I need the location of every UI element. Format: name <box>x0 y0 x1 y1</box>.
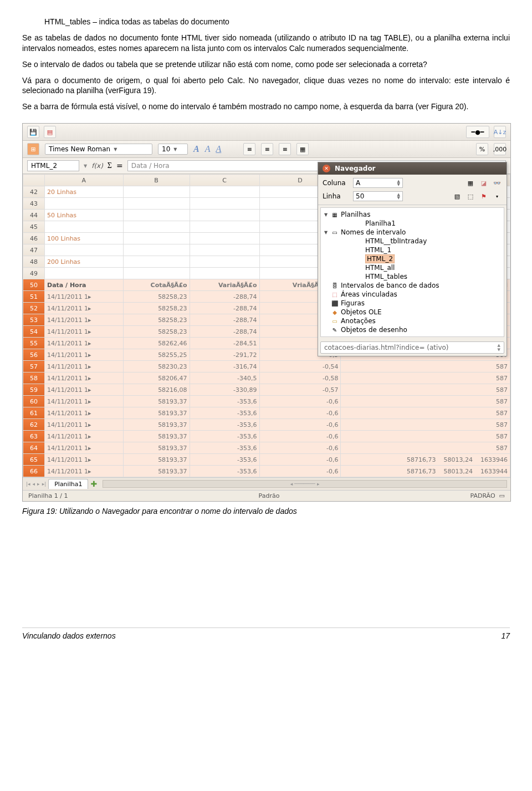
table-row[interactable]: 59 14/11/2011 1▸58216,08-330,89 -0,57587 <box>23 384 510 396</box>
table-row[interactable]: 62 14/11/2011 1▸58193,37-353,6 -0,6587 <box>23 419 510 431</box>
content-icon[interactable]: ◪ <box>479 178 489 188</box>
save-icon[interactable]: 💾 <box>27 126 39 138</box>
tab-next-icon[interactable]: ▸ <box>37 481 40 487</box>
zoom-slider-icon[interactable]: ━●━ <box>466 126 489 138</box>
row-header[interactable]: 64 <box>23 442 45 454</box>
nav-tree-item[interactable]: ⬛ Figuras <box>324 299 500 308</box>
merge-cells-icon[interactable]: ▦ <box>296 143 309 155</box>
column-header[interactable]: C <box>190 175 259 186</box>
row-header[interactable]: 56 <box>23 349 45 361</box>
column-header[interactable]: A <box>45 175 124 186</box>
nav-tree-item[interactable]: Planilha1 <box>324 219 500 228</box>
table-row[interactable]: 63 14/11/2011 1▸58193,37-353,6 -0,6587 <box>23 431 510 442</box>
navigator-document-combo[interactable]: cotacoes-diarias.html?indice= (ativo) ▲▼ <box>320 341 504 354</box>
column-header[interactable] <box>23 175 45 186</box>
align-center-icon[interactable]: ≡ <box>261 143 273 155</box>
add-sheet-icon[interactable]: ✚ <box>90 479 97 488</box>
row-header[interactable]: 61 <box>23 407 45 419</box>
row-header[interactable]: 54 <box>23 326 45 338</box>
row-header[interactable]: 46 <box>23 233 45 244</box>
equals-icon[interactable]: = <box>116 161 123 170</box>
nav-row-spinner[interactable]: 50 ▲▼ <box>353 191 403 201</box>
nav-tree-item[interactable]: ◆ Objetos OLE <box>324 308 500 317</box>
font-size-combo[interactable]: 10▼ <box>158 144 188 155</box>
sort-icon[interactable]: A↓z <box>494 126 506 138</box>
font-name-combo[interactable]: Times New Roman▼ <box>45 144 152 155</box>
sum-icon[interactable]: Σ <box>108 161 112 170</box>
row-header[interactable]: 57 <box>23 361 45 372</box>
row-header[interactable]: 59 <box>23 384 45 396</box>
horizontal-scrollbar[interactable]: ◂ ─────── ▸ <box>103 480 507 488</box>
expand-icon[interactable]: ▼ <box>324 212 329 217</box>
row-header[interactable]: 43 <box>23 198 45 210</box>
navigator-panel[interactable]: ✕ Navegador Coluna A ▲▼ ▦ ◪ 👓 Linha <box>318 162 507 356</box>
row-header[interactable]: 63 <box>23 431 45 442</box>
nav-tree-item[interactable]: ⬚ Áreas vinculadas <box>324 290 500 299</box>
close-icon[interactable]: ✕ <box>323 165 330 172</box>
sheet-tab[interactable]: Planilha1 <box>48 479 88 489</box>
table-row[interactable]: 60 14/11/2011 1▸58193,37-353,6 -0,6587 <box>23 396 510 407</box>
table-row[interactable]: 65 14/11/2011 1▸58193,37-353,6 -0,658716… <box>23 454 510 466</box>
row-header[interactable]: 42 <box>23 186 45 198</box>
table-row[interactable]: 64 14/11/2011 1▸58193,37-353,6 -0,6587 <box>23 442 510 454</box>
row-header[interactable]: 44 <box>23 210 45 221</box>
align-right-icon[interactable]: ≡ <box>279 143 291 155</box>
navigator-titlebar[interactable]: ✕ Navegador <box>318 162 507 175</box>
nav-tree-item[interactable]: HTML_all <box>324 263 500 272</box>
drag-mode-icon[interactable]: ⬚ <box>466 191 475 201</box>
align-left-icon[interactable]: ≡ <box>243 143 255 155</box>
italic-icon[interactable]: A <box>205 144 211 154</box>
row-header[interactable]: 51 <box>23 291 45 303</box>
row-header[interactable]: 58 <box>23 372 45 384</box>
nav-tree-item[interactable]: ▭ Anotações <box>324 317 500 325</box>
row-header[interactable]: 50 <box>23 279 45 291</box>
name-box[interactable]: HTML_2 <box>27 160 79 171</box>
row-header[interactable]: 53 <box>23 314 45 326</box>
tab-last-icon[interactable]: ▸| <box>42 481 47 487</box>
bold-icon[interactable]: A <box>193 144 200 154</box>
decimal-icon[interactable]: ,000 <box>494 143 506 155</box>
underline-icon[interactable]: A <box>216 144 221 154</box>
table-row[interactable]: 57 14/11/2011 1▸58230,23-316,74 -0,54587 <box>23 361 510 372</box>
nav-column-spinner[interactable]: A ▲▼ <box>353 178 403 188</box>
nav-tree-item[interactable]: ▼ ▦ Planilhas <box>324 210 500 219</box>
row-header[interactable]: 55 <box>23 338 45 349</box>
nav-tree-item[interactable]: HTML__tblIntraday <box>324 237 500 246</box>
nav-tree-item[interactable]: ▼ ▭ Nomes de intervalo <box>324 228 500 237</box>
row-header[interactable]: 47 <box>23 244 45 256</box>
toggle-icon[interactable]: 👓 <box>492 178 502 188</box>
table-row[interactable]: 58 14/11/2011 1▸58206,47-340,5 -0,58587 <box>23 372 510 384</box>
tree-item-label: Planilhas <box>341 211 370 218</box>
column-header[interactable]: B <box>123 175 190 186</box>
row-header[interactable]: 52 <box>23 303 45 314</box>
table-row[interactable]: 66 14/11/2011 1▸58193,37-353,6 -0,658716… <box>23 466 510 477</box>
scenarios-icon[interactable]: ▧ <box>452 191 462 201</box>
styles-icon[interactable]: ⊞ <box>27 143 39 155</box>
flag-icon[interactable]: ⚑ <box>479 191 489 201</box>
row-header[interactable]: 66 <box>23 466 45 477</box>
nav-tree-item[interactable]: HTML_tables <box>324 272 500 281</box>
tab-prev-icon[interactable]: ◂ <box>33 481 35 487</box>
navigator-tree[interactable]: ▼ ▦ Planilhas Planilha1 ▼ ▭ Nomes de int… <box>320 207 504 337</box>
nav-tree-item[interactable]: ✎ Objetos de desenho <box>324 325 500 334</box>
data-range-icon[interactable]: ▦ <box>466 178 475 188</box>
expand-icon[interactable]: ▼ <box>324 230 329 235</box>
table-row[interactable]: 61 14/11/2011 1▸58193,37-353,6 -0,6587 <box>23 407 510 419</box>
row-header[interactable]: 62 <box>23 419 45 431</box>
nav-tree-item[interactable]: HTML_1 <box>324 246 500 254</box>
nav-tree-item[interactable]: HTML_2 <box>324 254 500 263</box>
tree-item-icon: ✎ <box>331 326 339 334</box>
row-header[interactable]: 45 <box>23 221 45 233</box>
export-pdf-icon[interactable]: ▤ <box>44 126 56 138</box>
nav-tree-item[interactable]: 🗄 Intervalos de banco de dados <box>324 281 500 290</box>
tree-item-icon: 🗄 <box>331 282 339 289</box>
row-header[interactable]: 65 <box>23 454 45 466</box>
row-header[interactable]: 48 <box>23 256 45 268</box>
name-box-dropdown-icon[interactable]: ▼ <box>84 164 87 169</box>
row-header[interactable]: 60 <box>23 396 45 407</box>
row-header[interactable]: 49 <box>23 268 45 279</box>
percent-icon[interactable]: % <box>476 143 488 155</box>
tab-first-icon[interactable]: |◂ <box>26 481 30 487</box>
dropdown-icon[interactable]: ▾ <box>492 191 502 201</box>
function-wizard-icon[interactable]: f(x) <box>91 162 103 170</box>
